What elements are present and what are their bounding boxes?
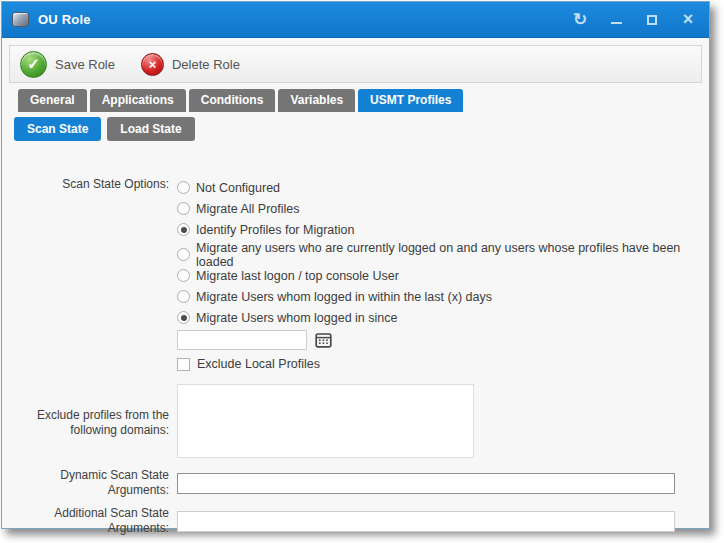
dynamic-arguments-input[interactable]: [177, 473, 675, 494]
subtab-load-state[interactable]: Load State: [107, 117, 194, 141]
radio-label: Migrate All Profiles: [196, 202, 300, 216]
close-icon[interactable]: ×: [677, 9, 699, 31]
tab-variables[interactable]: Variables: [278, 89, 355, 112]
subtab-scan-state[interactable]: Scan State: [14, 117, 101, 141]
tab-conditions[interactable]: Conditions: [189, 89, 276, 112]
radio-icon: [177, 290, 190, 303]
usmt-subtabs: Scan State Load State: [2, 117, 709, 141]
toolbar: ✓ Save Role × Delete Role: [9, 45, 702, 83]
exclude-local-profiles-checkbox[interactable]: Exclude Local Profiles: [177, 357, 709, 371]
save-role-label: Save Role: [55, 57, 115, 72]
tab-usmt-profiles[interactable]: USMT Profiles: [358, 89, 463, 112]
radio-icon: [177, 181, 190, 194]
radio-migrate-since[interactable]: Migrate Users whom logged in since: [177, 307, 709, 328]
main-tabs: General Applications Conditions Variable…: [2, 89, 709, 112]
check-icon: ✓: [20, 51, 47, 78]
radio-icon: [177, 202, 190, 215]
minimize-icon[interactable]: [605, 9, 627, 31]
radio-icon: [177, 269, 190, 282]
tab-applications[interactable]: Applications: [90, 89, 186, 112]
additional-arguments-input[interactable]: [177, 511, 675, 532]
title-bar: OU Role ↻ ×: [2, 2, 709, 38]
radio-label: Identify Profiles for Migration: [196, 223, 354, 237]
radio-not-configured[interactable]: Not Configured: [177, 177, 709, 198]
radio-label: Migrate last logon / top console User: [196, 269, 399, 283]
radio-label: Migrate Users whom logged in since: [196, 311, 397, 325]
tab-general[interactable]: General: [18, 89, 87, 112]
radio-label: Migrate any users who are currently logg…: [196, 241, 709, 269]
save-role-button[interactable]: ✓ Save Role: [20, 51, 115, 78]
delete-role-button[interactable]: × Delete Role: [141, 53, 240, 76]
dynamic-args-label: Dynamic Scan State Arguments:: [14, 468, 177, 498]
radio-label: Not Configured: [196, 181, 280, 195]
radio-icon: [177, 223, 190, 236]
radio-icon: [177, 311, 190, 324]
exclude-domains-row: Exclude profiles from the following doma…: [2, 384, 709, 462]
exclude-domains-textarea[interactable]: [177, 384, 474, 458]
x-icon: ×: [141, 53, 164, 76]
radio-identify-profiles[interactable]: Identify Profiles for Migration: [177, 219, 709, 240]
radio-label: Migrate Users whom logged in within the …: [196, 290, 492, 304]
scan-state-panel: Scan State Options: Not Configured Migra…: [2, 141, 709, 536]
delete-role-label: Delete Role: [172, 57, 240, 72]
checkbox-icon: [177, 358, 190, 371]
window-title: OU Role: [38, 12, 569, 27]
radio-icon: [177, 248, 190, 261]
radio-migrate-last-x-days[interactable]: Migrate Users whom logged in within the …: [177, 286, 709, 307]
additional-args-label: Additional Scan State Arguments:: [14, 506, 177, 536]
maximize-icon[interactable]: [641, 9, 663, 31]
scan-options-row: Scan State Options: Not Configured Migra…: [2, 177, 709, 371]
calendar-icon: [315, 332, 332, 348]
window-controls: ↻ ×: [569, 9, 699, 31]
refresh-icon[interactable]: ↻: [569, 9, 591, 31]
additional-args-row: Additional Scan State Arguments:: [2, 506, 709, 536]
ou-role-dialog: OU Role ↻ × ✓ Save Role × Delete Role Ge…: [1, 1, 710, 529]
migrate-since-date-input[interactable]: [177, 330, 307, 350]
calendar-button[interactable]: [313, 330, 333, 350]
exclude-domains-label: Exclude profiles from the following doma…: [14, 408, 177, 438]
radio-migrate-all-profiles[interactable]: Migrate All Profiles: [177, 198, 709, 219]
dynamic-args-row: Dynamic Scan State Arguments:: [2, 468, 709, 498]
radio-migrate-any-users[interactable]: Migrate any users who are currently logg…: [177, 244, 709, 265]
scan-options-label: Scan State Options:: [14, 177, 177, 192]
migrate-since-date-row: [177, 330, 709, 350]
ou-role-app-icon: [12, 12, 29, 27]
checkbox-label: Exclude Local Profiles: [197, 357, 320, 371]
